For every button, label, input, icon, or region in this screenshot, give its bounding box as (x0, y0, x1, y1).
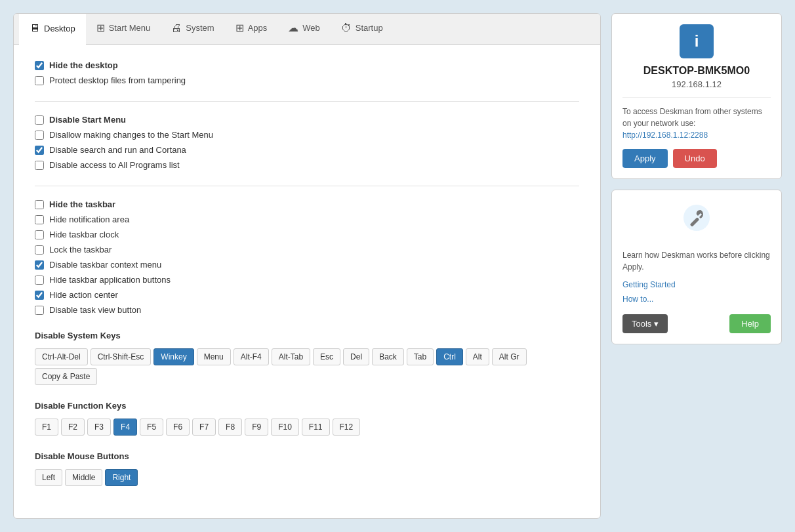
function-key-f5[interactable]: F5 (140, 419, 163, 436)
network-url-link[interactable]: http://192.168.1.12:2288 (622, 131, 708, 140)
checkbox-disable-search: Disable search and run and Cortana (35, 145, 579, 155)
tab-system[interactable]: 🖨 System (161, 14, 224, 44)
undo-button[interactable]: Undo (673, 149, 717, 168)
system-key-alt[interactable]: Alt (466, 348, 489, 365)
info-icon-box: i (680, 24, 714, 58)
taskbar-section: Hide the taskbar Hide notification area … (35, 199, 579, 315)
function-key-f6[interactable]: F6 (166, 419, 190, 436)
system-key-copy---paste[interactable]: Copy & Paste (35, 368, 97, 385)
checkbox-hide-taskbar: Hide the taskbar (35, 199, 579, 209)
getting-started-link[interactable]: Getting Started (622, 280, 676, 289)
function-key-f12[interactable]: F12 (333, 419, 361, 436)
disallow-changes-checkbox[interactable] (35, 131, 44, 140)
function-key-f11[interactable]: F11 (302, 419, 330, 436)
function-key-f9[interactable]: F9 (245, 419, 268, 436)
tools-button[interactable]: Tools ▾ (622, 314, 668, 333)
system-key-alt-f4[interactable]: Alt-F4 (234, 348, 269, 365)
desktop-section: Hide the desktop Protect desktop files f… (35, 60, 579, 85)
mouse-buttons-title: Disable Mouse Buttons (35, 451, 579, 461)
function-key-f10[interactable]: F10 (271, 419, 299, 436)
mouse-button-right[interactable]: Right (105, 469, 138, 486)
dropdown-chevron-icon: ▾ (654, 319, 659, 329)
tab-startup[interactable]: ⏱ Startup (331, 14, 394, 44)
device-name: DESKTOP-BMK5MO0 (643, 65, 750, 77)
system-key-menu[interactable]: Menu (197, 348, 231, 365)
startup-icon: ⏱ (341, 22, 352, 34)
system-key-ctrl-alt-del[interactable]: Ctrl-Alt-Del (35, 348, 88, 365)
hide-action-center-checkbox[interactable] (35, 291, 44, 300)
checkbox-hide-notification: Hide notification area (35, 215, 579, 224)
protect-files-checkbox[interactable] (35, 76, 44, 85)
hide-notification-checkbox[interactable] (35, 215, 44, 224)
system-key-ctrl[interactable]: Ctrl (436, 348, 463, 365)
tab-web[interactable]: ☁ Web (277, 14, 331, 44)
checkbox-disallow-changes: Disallow making changes to the Start Men… (35, 130, 579, 140)
disable-task-view-checkbox[interactable] (35, 306, 44, 315)
apply-button[interactable]: Apply (622, 149, 668, 168)
function-key-f7[interactable]: F7 (192, 419, 216, 436)
checkbox-hide-app-buttons: Hide taskbar application buttons (35, 275, 579, 285)
checkbox-protect-files: Protect desktop files from tampering (35, 75, 579, 85)
system-key-winkey[interactable]: Winkey (153, 348, 194, 365)
function-keys-buttons: F1F2F3F4F5F6F7F8F9F10F11F12 (35, 419, 579, 436)
checkbox-disable-start-menu: Disable Start Menu (35, 115, 579, 125)
system-key-del[interactable]: Del (343, 348, 369, 365)
content-area: Hide the desktop Protect desktop files f… (14, 45, 600, 518)
hide-app-buttons-checkbox[interactable] (35, 276, 44, 285)
function-key-f1[interactable]: F1 (35, 419, 58, 436)
system-key-esc[interactable]: Esc (313, 348, 340, 365)
desktop-icon: 🖥 (30, 22, 40, 34)
disable-start-menu-checkbox[interactable] (35, 115, 44, 125)
web-icon: ☁ (288, 22, 298, 34)
mouse-buttons-buttons: LeftMiddleRight (35, 469, 579, 486)
system-keys-section: Disable System Keys Ctrl-Alt-DelCtrl-Shi… (35, 331, 579, 385)
system-keys-title: Disable System Keys (35, 331, 579, 340)
tools-help-row: Tools ▾ Help (622, 314, 771, 333)
tab-start-menu[interactable]: ⊞ Start Menu (86, 14, 161, 44)
sidebar-action-buttons: Apply Undo (622, 149, 771, 168)
mouse-button-left[interactable]: Left (35, 469, 62, 486)
checkbox-disable-task-view: Disable task view button (35, 305, 579, 315)
function-key-f3[interactable]: F3 (87, 419, 111, 436)
hide-taskbar-checkbox[interactable] (35, 200, 44, 209)
start-menu-icon: ⊞ (96, 22, 105, 34)
function-key-f8[interactable]: F8 (218, 419, 242, 436)
function-key-f2[interactable]: F2 (61, 419, 85, 436)
how-to-link[interactable]: How to... (622, 295, 653, 304)
checkbox-lock-taskbar: Lock the taskbar (35, 245, 579, 255)
system-key-alt-gr[interactable]: Alt Gr (492, 348, 527, 365)
system-key-back[interactable]: Back (372, 348, 404, 365)
main-panel: 🖥 Desktop ⊞ Start Menu 🖨 System ⊞ Apps ☁… (13, 13, 601, 519)
info-card: i DESKTOP-BMK5MO0 192.168.1.12 To access… (611, 13, 782, 179)
network-info-text: To access Deskman from other systems on … (622, 106, 771, 141)
mouse-button-middle[interactable]: Middle (65, 469, 102, 486)
disable-context-checkbox[interactable] (35, 260, 44, 270)
tab-bar: 🖥 Desktop ⊞ Start Menu 🖨 System ⊞ Apps ☁… (14, 14, 600, 45)
system-icon: 🖨 (171, 22, 182, 34)
checkbox-hide-clock: Hide taskbar clock (35, 230, 579, 239)
lock-taskbar-checkbox[interactable] (35, 245, 44, 255)
wrench-icon (682, 203, 711, 232)
disable-all-programs-checkbox[interactable] (35, 161, 44, 170)
function-key-f4[interactable]: F4 (113, 419, 137, 436)
divider-2 (35, 186, 579, 186)
system-key-ctrl-shift-esc[interactable]: Ctrl-Shift-Esc (91, 348, 152, 365)
system-key-tab[interactable]: Tab (407, 348, 434, 365)
checkbox-disable-context: Disable taskbar context menu (35, 260, 579, 270)
help-button[interactable]: Help (729, 314, 771, 333)
tab-desktop[interactable]: 🖥 Desktop (19, 14, 86, 45)
system-key-alt-tab[interactable]: Alt-Tab (272, 348, 310, 365)
mouse-buttons-section: Disable Mouse Buttons LeftMiddleRight (35, 451, 579, 486)
tab-apps[interactable]: ⊞ Apps (225, 14, 278, 44)
checkbox-hide-desktop: Hide the desktop (35, 60, 579, 70)
hide-desktop-checkbox[interactable] (35, 61, 44, 70)
disable-search-checkbox[interactable] (35, 146, 44, 155)
hide-clock-checkbox[interactable] (35, 230, 44, 239)
help-card: Learn how Deskman works before clicking … (611, 190, 782, 344)
system-keys-buttons: Ctrl-Alt-DelCtrl-Shift-EscWinkeyMenuAlt-… (35, 348, 579, 385)
function-keys-section: Disable Function Keys F1F2F3F4F5F6F7F8F9… (35, 401, 579, 436)
sidebar: i DESKTOP-BMK5MO0 192.168.1.12 To access… (611, 13, 782, 519)
info-icon: i (695, 32, 699, 51)
apps-icon: ⊞ (235, 22, 244, 34)
info-card-header: i DESKTOP-BMK5MO0 192.168.1.12 (622, 24, 771, 98)
